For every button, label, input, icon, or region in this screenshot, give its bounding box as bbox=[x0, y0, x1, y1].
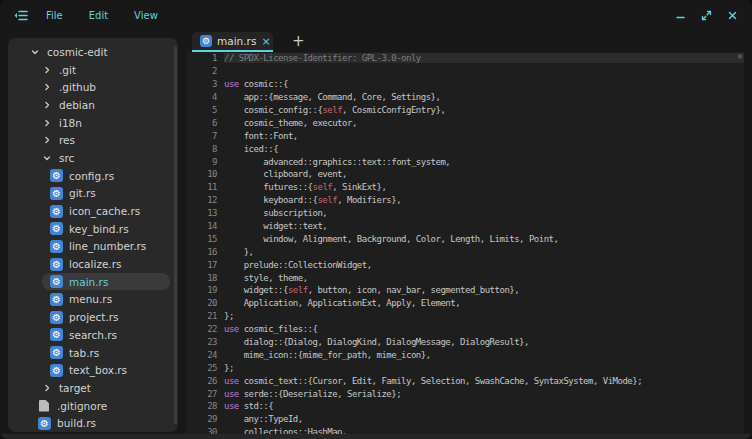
maximize-button[interactable] bbox=[699, 8, 714, 23]
code-text: use serde::{Deserialize, Serialize}; bbox=[224, 389, 744, 399]
line-number: 30 bbox=[186, 427, 217, 434]
line-number: 23 bbox=[186, 337, 217, 347]
chevron-right-icon[interactable] bbox=[40, 98, 53, 111]
code-line-14[interactable]: 14 widget::text, bbox=[186, 220, 744, 233]
code-line-15[interactable]: 15 window, Alignment, Background, Color,… bbox=[186, 232, 744, 245]
code-text: futures::{self, SinkExt}, bbox=[224, 182, 744, 192]
code-line-7[interactable]: 7 font::Font, bbox=[186, 129, 744, 142]
new-tab-button[interactable]: + bbox=[288, 34, 309, 52]
chevron-right-icon[interactable] bbox=[40, 381, 53, 394]
sidebar-item-label: project.rs bbox=[69, 311, 119, 323]
code-text: cosmic_config::{self, CosmicConfigEntry}… bbox=[224, 105, 744, 115]
sidebar-item-search-rs[interactable]: ⚙search.rs bbox=[8, 326, 170, 344]
sidebar-toggle-button[interactable] bbox=[12, 7, 30, 23]
sidebar-item-label: config.rs bbox=[69, 170, 114, 182]
tab-main-rs[interactable]: ⚙ main.rs × bbox=[192, 32, 273, 52]
sidebar-item-gitignore[interactable]: .gitignore bbox=[8, 397, 170, 415]
code-line-12[interactable]: 12 keyboard::{self, Modifiers}, bbox=[186, 194, 744, 207]
code-line-5[interactable]: 5 cosmic_config::{self, CosmicConfigEntr… bbox=[186, 104, 744, 117]
code-line-10[interactable]: 10 clipboard, event, bbox=[186, 168, 744, 181]
code-line-29[interactable]: 29 any::TypeId, bbox=[186, 413, 744, 426]
menu-edit[interactable]: Edit bbox=[79, 10, 118, 21]
rust-file-icon: ⚙ bbox=[50, 311, 63, 324]
sidebar-item-line-number-rs[interactable]: ⚙line_number.rs bbox=[8, 238, 170, 256]
sidebar-item-git[interactable]: .git bbox=[8, 61, 170, 79]
code-line-24[interactable]: 24 mime_icon::{mime_for_path, mime_icon}… bbox=[186, 348, 744, 361]
chevron-right-icon[interactable] bbox=[40, 81, 53, 94]
code-line-3[interactable]: 3use cosmic::{ bbox=[186, 78, 744, 91]
sidebar-item-github[interactable]: .github bbox=[8, 78, 170, 96]
editor-scrollbar-thumb[interactable] bbox=[738, 54, 742, 59]
code-text: iced::{ bbox=[224, 144, 744, 154]
line-number: 25 bbox=[186, 363, 217, 373]
code-text: font::Font, bbox=[224, 131, 744, 141]
code-line-26[interactable]: 26use cosmic_text::{Cursor, Edit, Family… bbox=[186, 374, 744, 387]
sidebar-item-menu-rs[interactable]: ⚙menu.rs bbox=[8, 291, 170, 309]
chevron-down-icon[interactable] bbox=[40, 151, 53, 164]
sidebar-item-label: line_number.rs bbox=[69, 240, 146, 252]
sidebar-item-main-rs[interactable]: ⚙main.rs bbox=[8, 273, 170, 291]
code-line-9[interactable]: 9 advanced::graphics::text::font_system, bbox=[186, 155, 744, 168]
line-number: 6 bbox=[186, 118, 217, 128]
line-number: 1 bbox=[186, 53, 217, 63]
sidebar-item-cosmic-edit[interactable]: cosmic-edit bbox=[8, 43, 170, 61]
sidebar-item-i18n[interactable]: i18n bbox=[8, 114, 170, 132]
window-bottom-edge bbox=[0, 434, 752, 439]
menu-file[interactable]: File bbox=[36, 10, 73, 21]
code-editor[interactable]: 1// SPDX-License-Identifier: GPL-3.0-onl… bbox=[186, 52, 744, 434]
code-line-4[interactable]: 4 app::{message, Command, Core, Settings… bbox=[186, 91, 744, 104]
code-text: use std::{ bbox=[224, 401, 744, 411]
chevron-down-icon[interactable] bbox=[28, 45, 41, 58]
code-line-21[interactable]: 21}; bbox=[186, 310, 744, 323]
code-line-28[interactable]: 28use std::{ bbox=[186, 400, 744, 413]
sidebar-item-res[interactable]: res bbox=[8, 131, 170, 149]
line-number: 5 bbox=[186, 105, 217, 115]
close-button[interactable] bbox=[725, 8, 740, 23]
sidebar-item-src[interactable]: src bbox=[8, 149, 170, 167]
code-line-2[interactable]: 2 bbox=[186, 65, 744, 78]
sidebar-item-debian[interactable]: debian bbox=[8, 96, 170, 114]
code-text: cosmic_theme, executor, bbox=[224, 118, 744, 128]
sidebar-item-key-bind-rs[interactable]: ⚙key_bind.rs bbox=[8, 220, 170, 238]
line-number: 10 bbox=[186, 169, 217, 179]
sidebar-item-text-box-rs[interactable]: ⚙text_box.rs bbox=[8, 361, 170, 379]
code-line-30[interactable]: 30 collections::HashMap, bbox=[186, 426, 744, 434]
sidebar-item-target[interactable]: target bbox=[8, 379, 170, 397]
code-line-16[interactable]: 16 }, bbox=[186, 245, 744, 258]
sidebar-scrollbar[interactable] bbox=[174, 46, 177, 424]
code-line-13[interactable]: 13 subscription, bbox=[186, 207, 744, 220]
sidebar-item-config-rs[interactable]: ⚙config.rs bbox=[8, 167, 170, 185]
line-number: 19 bbox=[186, 285, 217, 295]
code-line-23[interactable]: 23 dialog::{Dialog, DialogKind, DialogMe… bbox=[186, 336, 744, 349]
sidebar-item-icon-cache-rs[interactable]: ⚙icon_cache.rs bbox=[8, 202, 170, 220]
code-line-11[interactable]: 11 futures::{self, SinkExt}, bbox=[186, 181, 744, 194]
sidebar-item-build-rs[interactable]: ⚙build.rs bbox=[8, 414, 170, 432]
line-number: 12 bbox=[186, 195, 217, 205]
sidebar-item-project-rs[interactable]: ⚙project.rs bbox=[8, 308, 170, 326]
sidebar-item-tab-rs[interactable]: ⚙tab.rs bbox=[8, 344, 170, 362]
rust-file-icon: ⚙ bbox=[50, 258, 63, 271]
code-line-1[interactable]: 1// SPDX-License-Identifier: GPL-3.0-onl… bbox=[186, 52, 744, 65]
titlebar[interactable]: File Edit View bbox=[0, 0, 752, 30]
code-line-22[interactable]: 22use cosmic_files::{ bbox=[186, 323, 744, 336]
code-line-19[interactable]: 19 widget::{self, button, icon, nav_bar,… bbox=[186, 284, 744, 297]
sidebar-item-label: debian bbox=[59, 99, 95, 111]
sidebar-item-git-rs[interactable]: ⚙git.rs bbox=[8, 185, 170, 203]
tab-close-icon[interactable]: × bbox=[261, 36, 270, 47]
code-text: }; bbox=[224, 363, 744, 373]
code-line-8[interactable]: 8 iced::{ bbox=[186, 142, 744, 155]
code-line-20[interactable]: 20 Application, ApplicationExt, Apply, E… bbox=[186, 297, 744, 310]
chevron-right-icon[interactable] bbox=[40, 116, 53, 129]
code-line-6[interactable]: 6 cosmic_theme, executor, bbox=[186, 116, 744, 129]
sidebar-item-label: .gitignore bbox=[57, 400, 107, 412]
code-line-18[interactable]: 18 style, theme, bbox=[186, 271, 744, 284]
chevron-right-icon[interactable] bbox=[40, 63, 53, 76]
code-line-25[interactable]: 25}; bbox=[186, 361, 744, 374]
chevron-right-icon[interactable] bbox=[40, 134, 53, 147]
menu-view[interactable]: View bbox=[124, 10, 168, 21]
minimize-button[interactable] bbox=[673, 8, 688, 23]
code-line-17[interactable]: 17 prelude::CollectionWidget, bbox=[186, 258, 744, 271]
minimize-icon bbox=[675, 10, 686, 21]
code-line-27[interactable]: 27use serde::{Deserialize, Serialize}; bbox=[186, 387, 744, 400]
sidebar-item-localize-rs[interactable]: ⚙localize.rs bbox=[8, 255, 170, 273]
